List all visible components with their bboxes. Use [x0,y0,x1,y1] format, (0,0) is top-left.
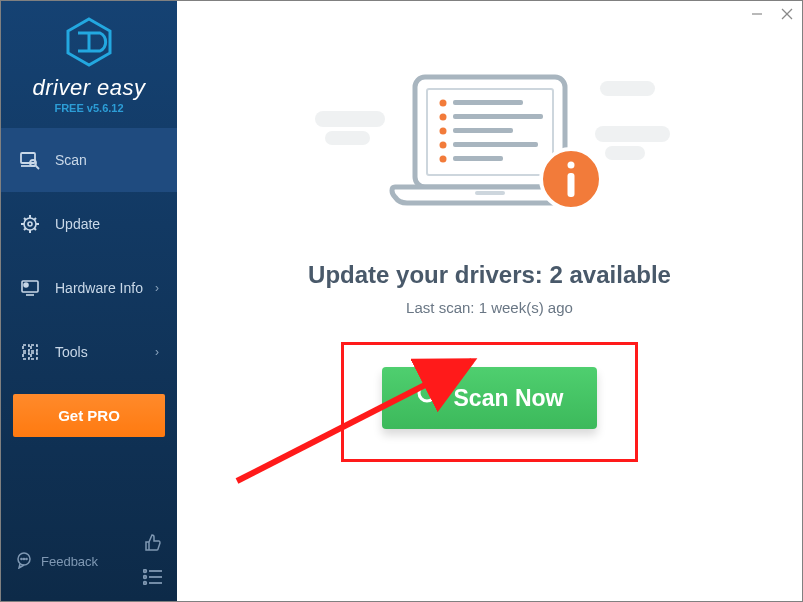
svg-point-35 [439,114,446,121]
svg-line-12 [34,228,36,230]
brand-subtitle: FREE v5.6.12 [54,102,123,114]
svg-point-22 [144,570,147,573]
svg-point-6 [28,222,32,226]
sidebar-footer: Feedback [1,523,177,601]
svg-line-4 [35,165,39,169]
close-button[interactable] [772,1,802,27]
sidebar-item-label: Hardware Info [55,280,143,296]
svg-point-19 [21,558,22,559]
tools-icon [19,342,41,362]
svg-point-46 [567,162,574,169]
svg-rect-43 [475,191,505,195]
svg-line-14 [34,218,36,220]
feedback-button[interactable]: Feedback [15,551,98,572]
sidebar-item-label: Tools [55,344,88,360]
monitor-info-icon [19,278,41,298]
scan-now-button[interactable]: Scan Now [382,367,598,429]
brand-block: driver easy FREE v5.6.12 [1,1,177,124]
logo-icon [64,17,114,71]
magnifier-icon [416,382,442,414]
thumbs-up-icon[interactable] [143,533,163,557]
svg-point-33 [439,100,446,107]
sidebar-item-label: Scan [55,152,87,168]
svg-point-48 [419,385,435,401]
scan-now-label: Scan Now [454,385,564,412]
sidebar-nav: Scan Update Hardware Info › Tools [1,128,177,384]
svg-line-49 [433,399,440,406]
svg-rect-42 [453,156,503,161]
svg-line-11 [24,218,26,220]
svg-point-37 [439,128,446,135]
svg-line-13 [24,228,26,230]
svg-rect-34 [453,100,523,105]
feedback-label: Feedback [41,554,98,569]
brand-name: driver easy [32,75,145,101]
svg-point-17 [24,283,28,287]
headline: Update your drivers: 2 available [308,261,671,289]
sidebar-item-label: Update [55,216,100,232]
svg-rect-38 [453,128,513,133]
svg-rect-40 [453,142,538,147]
sidebar-item-tools[interactable]: Tools › [1,320,177,384]
svg-point-20 [23,558,24,559]
content-area: Update your drivers: 2 available Last sc… [177,1,802,462]
gear-down-icon [19,214,41,234]
chevron-right-icon: › [155,345,159,359]
scan-icon [19,150,41,170]
sidebar-item-update[interactable]: Update [1,192,177,256]
svg-point-21 [26,558,27,559]
svg-point-26 [144,582,147,585]
chevron-right-icon: › [155,281,159,295]
svg-rect-47 [567,173,574,197]
sidebar: driver easy FREE v5.6.12 Scan Update [1,1,177,601]
sidebar-item-hardware-info[interactable]: Hardware Info › [1,256,177,320]
minimize-button[interactable] [742,1,772,27]
scan-highlight-frame: Scan Now [341,342,639,462]
svg-point-39 [439,142,446,149]
scan-illustration [345,71,635,231]
window-controls [742,1,802,27]
sidebar-item-scan[interactable]: Scan [1,128,177,192]
last-scan-text: Last scan: 1 week(s) ago [406,299,573,316]
list-menu-icon[interactable] [143,569,163,589]
main-panel: Update your drivers: 2 available Last sc… [177,1,802,601]
svg-point-24 [144,576,147,579]
svg-point-41 [439,156,446,163]
chat-icon [15,551,33,572]
get-pro-button[interactable]: Get PRO [13,394,165,437]
svg-rect-36 [453,114,543,119]
svg-rect-1 [21,153,35,163]
